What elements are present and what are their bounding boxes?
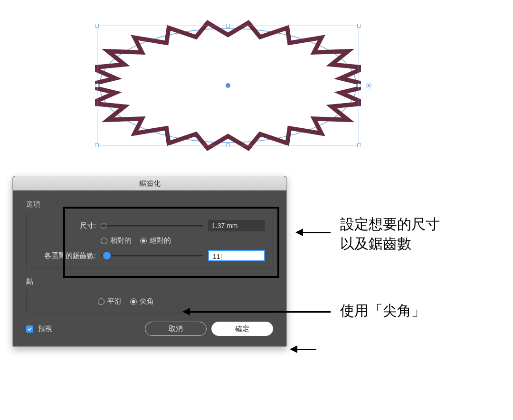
radio-relative-label: 相對的 — [110, 236, 132, 245]
annotation-arrowhead-upper — [295, 229, 303, 236]
annotation-size-line1: 設定想要的尺寸 — [340, 215, 440, 234]
points-radio-group: 平滑 尖角 — [98, 297, 265, 306]
bbox-handle-sw[interactable] — [95, 143, 99, 147]
bbox-handle-nw[interactable] — [95, 24, 99, 28]
options-section: 尺寸: 1.37 mm 相對的 絕對的 — [26, 213, 273, 268]
bbox-handle-n[interactable] — [226, 24, 230, 28]
path-anchor-right[interactable] — [366, 83, 371, 88]
size-value[interactable]: 1.37 mm — [208, 220, 265, 231]
radio-corner-label: 尖角 — [140, 297, 154, 306]
center-point — [226, 83, 230, 88]
bbox-handle-ne[interactable] — [357, 24, 361, 28]
size-mode-radio-group: 相對的 絕對的 — [101, 236, 171, 245]
annotation-arrowhead-ok — [290, 345, 297, 353]
ok-button[interactable]: 確定 — [211, 322, 273, 336]
cancel-button-label: 取消 — [169, 325, 183, 334]
annotation-size-line2: 以及鋸齒數 — [340, 234, 440, 254]
radio-smooth[interactable]: 平滑 — [98, 297, 122, 306]
ok-button-label: 確定 — [235, 325, 249, 334]
canvas — [95, 19, 361, 152]
points-section-label: 點 — [26, 277, 273, 286]
zigzag-dialog: 鋸齒化 選項 尺寸: 1.37 mm 相對的 — [12, 176, 287, 347]
annotation-arrowhead-lower — [182, 308, 190, 315]
options-section-label: 選項 — [26, 200, 273, 209]
annotation-arrow-upper — [303, 232, 331, 233]
size-slider[interactable] — [101, 222, 203, 229]
radio-corner[interactable]: 尖角 — [130, 297, 154, 306]
cancel-button[interactable]: 取消 — [145, 322, 207, 336]
radio-absolute[interactable]: 絕對的 — [140, 236, 171, 245]
dialog-title: 鋸齒化 — [13, 176, 286, 191]
ridges-value: 11 — [213, 253, 220, 260]
ridges-label: 各區間的鋸齒數: — [34, 251, 96, 260]
radio-smooth-label: 平滑 — [107, 297, 122, 306]
annotation-arrow-ok — [297, 349, 316, 350]
radio-absolute-label: 絕對的 — [150, 236, 171, 245]
bbox-handle-e[interactable] — [357, 84, 361, 87]
radio-relative[interactable]: 相對的 — [101, 236, 132, 245]
ridges-input[interactable]: 11 — [208, 250, 265, 261]
ridges-slider[interactable] — [101, 252, 203, 259]
points-section: 平滑 尖角 — [26, 290, 273, 313]
bbox-handle-w[interactable] — [95, 84, 99, 87]
annotation-text-corner: 使用「尖角」 — [340, 301, 426, 321]
annotation-text-size: 設定想要的尺寸 以及鋸齒數 — [340, 215, 440, 253]
size-label: 尺寸: — [34, 221, 96, 230]
preview-label: 預視 — [38, 325, 52, 334]
bbox-handle-se[interactable] — [357, 143, 361, 147]
preview-checkbox[interactable] — [26, 325, 33, 333]
bbox-handle-s[interactable] — [226, 143, 230, 147]
annotation-arrow-lower — [190, 311, 331, 313]
